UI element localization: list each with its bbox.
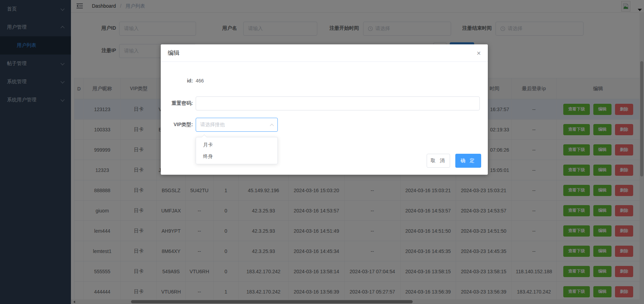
id-label: id:: [162, 78, 193, 84]
dropdown-option-monthly[interactable]: 月卡: [196, 139, 277, 151]
vip-type-dropdown: 月卡 终身: [196, 137, 278, 164]
dropdown-option-lifetime[interactable]: 终身: [196, 151, 277, 162]
vip-type-row: VIP类型: 请选择撞他: [161, 118, 488, 132]
vip-type-select[interactable]: 请选择撞他: [196, 118, 278, 132]
reset-password-row: 重置密码:: [161, 96, 488, 110]
dialog-footer: 取 消 确 定: [427, 154, 481, 168]
cancel-button[interactable]: 取 消: [427, 154, 450, 168]
reset-password-input[interactable]: [196, 96, 480, 110]
close-icon[interactable]: ×: [477, 50, 481, 57]
vip-type-label: VIP类型:: [162, 122, 193, 128]
dialog-header: 编辑 ×: [161, 44, 488, 62]
edit-dialog: 编辑 × id: 466 重置密码: VIP类型: 请选择撞他 月卡 终身 取 …: [161, 44, 488, 175]
select-placeholder: 请选择撞他: [200, 122, 225, 128]
chevron-up-icon: [270, 124, 274, 128]
app-root: 首页 用户管理 用户列表 帖子管理 系统管理 系统用户管理: [0, 0, 644, 304]
id-value: 466: [196, 78, 204, 84]
reset-password-label: 重置密码:: [162, 100, 193, 107]
confirm-button[interactable]: 确 定: [455, 154, 481, 168]
id-row: id: 466: [161, 77, 488, 84]
dialog-title: 编辑: [168, 49, 180, 57]
